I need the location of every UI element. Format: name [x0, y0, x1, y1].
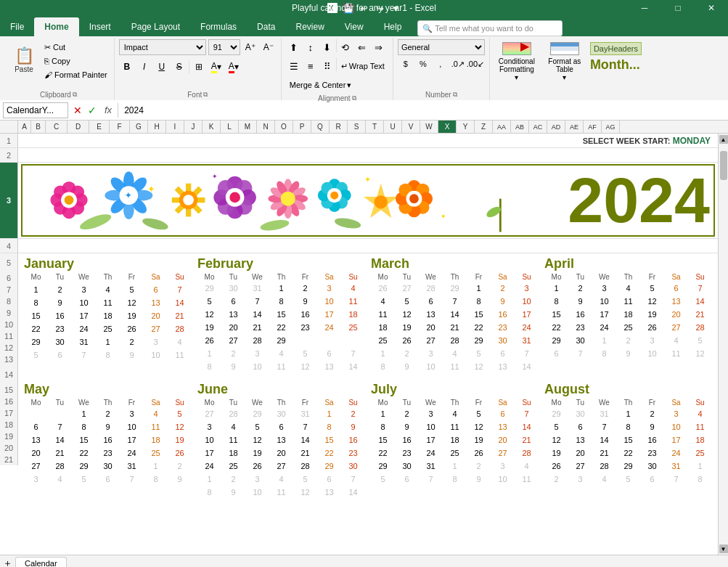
col-header-j[interactable]: J	[184, 121, 203, 134]
increase-font-button[interactable]: A⁺	[242, 39, 258, 55]
align-left-button[interactable]: ☰	[286, 58, 302, 74]
month-style-preview[interactable]: Month...	[590, 57, 642, 73]
col-header-u[interactable]: U	[384, 121, 402, 134]
vertical-scrollbar[interactable]: ▲ ▼	[718, 134, 728, 555]
col-header-e[interactable]: E	[89, 121, 110, 134]
format-as-table-button[interactable]: Format as Table ▾	[542, 39, 587, 84]
cut-button[interactable]: ✂ Cut	[42, 41, 110, 54]
comma-button[interactable]: ,	[433, 57, 449, 71]
align-bottom-button[interactable]: ⬇	[319, 39, 335, 55]
tell-me-input[interactable]: 🔍 Tell me what you want to do	[417, 20, 563, 36]
col-header-z[interactable]: Z	[475, 121, 493, 134]
alignment-expand-icon[interactable]: ⧉	[352, 94, 356, 102]
new-sheet-button[interactable]: ＋	[3, 557, 12, 568]
cell-reference-box[interactable]	[3, 102, 68, 118]
tab-home[interactable]: Home	[34, 17, 78, 36]
col-header-h[interactable]: H	[148, 121, 166, 134]
borders-button[interactable]: ⊞	[191, 59, 207, 75]
col-header-x[interactable]: X	[438, 121, 457, 134]
align-center-button[interactable]: ≡	[303, 58, 319, 74]
col-header-l[interactable]: L	[221, 121, 239, 134]
col-header-r[interactable]: R	[330, 121, 348, 134]
number-expand-icon[interactable]: ⧉	[453, 91, 457, 99]
col-header-v[interactable]: V	[402, 121, 420, 134]
fill-color-button[interactable]: A▾	[208, 59, 224, 75]
sheet-scroll-area[interactable]: 1 SELECT WEEK START: MONDAY 2 3	[0, 134, 718, 555]
col-header-ac[interactable]: AC	[529, 121, 547, 134]
italic-button[interactable]: I	[136, 59, 152, 75]
col-header-k[interactable]: K	[203, 121, 221, 134]
calendar-sheet-tab[interactable]: Calendar	[15, 557, 67, 567]
wrap-text-button[interactable]: ↵ Wrap Text	[338, 58, 388, 74]
col-header-p[interactable]: P	[293, 121, 311, 134]
col-header-b[interactable]: B	[31, 121, 46, 134]
font-color-button[interactable]: A▾	[226, 59, 242, 75]
col-header-af[interactable]: AF	[584, 121, 602, 134]
decrease-font-button[interactable]: A⁻	[261, 39, 277, 55]
year-banner-cell[interactable]: ✦	[21, 164, 715, 237]
currency-button[interactable]: $	[398, 57, 414, 71]
tab-file[interactable]: File	[0, 17, 34, 36]
col-header-i[interactable]: I	[166, 121, 184, 134]
tab-review[interactable]: Review	[285, 17, 334, 36]
scroll-down-button[interactable]: ▼	[719, 544, 728, 553]
align-top-button[interactable]: ⬆	[286, 39, 302, 55]
col-header-ae[interactable]: AE	[565, 121, 584, 134]
scroll-up-button[interactable]: ▲	[719, 135, 728, 144]
col-header-s[interactable]: S	[348, 121, 366, 134]
col-header-d[interactable]: D	[68, 121, 89, 134]
col-header-ab[interactable]: AB	[511, 121, 529, 134]
increase-decimal-button[interactable]: .0↗	[450, 57, 466, 71]
col-header-n[interactable]: N	[257, 121, 275, 134]
tab-page-layout[interactable]: Page Layout	[121, 17, 190, 36]
col-header-ad[interactable]: AD	[547, 121, 565, 134]
col-header-w[interactable]: W	[420, 121, 438, 134]
scrollbar-track[interactable]	[719, 144, 728, 544]
formula-input[interactable]	[121, 104, 725, 117]
tab-formulas[interactable]: Formulas	[190, 17, 247, 36]
font-family-select[interactable]: Impact	[119, 39, 206, 55]
col-header-g[interactable]: G	[130, 121, 148, 134]
tab-insert[interactable]: Insert	[79, 17, 121, 36]
align-right-button[interactable]: ⠿	[319, 58, 335, 74]
copy-button[interactable]: ⎘ Copy	[42, 54, 110, 68]
percent-button[interactable]: %	[415, 57, 431, 71]
tab-view[interactable]: View	[335, 17, 374, 36]
tab-data[interactable]: Data	[247, 17, 285, 36]
indent-decrease-button[interactable]: ⇐	[354, 39, 370, 55]
col-header-a[interactable]: A	[18, 121, 31, 134]
col-header-c[interactable]: C	[46, 121, 68, 134]
number-format-select[interactable]: General	[398, 39, 485, 55]
align-middle-button[interactable]: ↕	[303, 39, 319, 55]
col-header-ag[interactable]: AG	[602, 121, 620, 134]
col-header-t[interactable]: T	[366, 121, 384, 134]
col-header-y[interactable]: Y	[457, 121, 475, 134]
paste-button[interactable]: 📋 Paste	[7, 39, 41, 81]
col-header-o[interactable]: O	[275, 121, 293, 134]
underline-button[interactable]: U	[154, 59, 170, 75]
close-button[interactable]: ✕	[695, 0, 728, 16]
conditional-formatting-button[interactable]: ▶ Conditional Formatting ▾	[494, 39, 539, 84]
cancel-formula-button[interactable]: ✕	[71, 105, 84, 116]
strikethrough-button[interactable]: S	[171, 59, 187, 75]
confirm-formula-button[interactable]: ✓	[86, 105, 99, 116]
format-painter-button[interactable]: 🖌 Format Painter	[42, 68, 110, 81]
text-direction-button[interactable]: ⟲	[338, 39, 353, 55]
day-headers-style[interactable]: DayHeaders	[590, 42, 642, 55]
decrease-decimal-button[interactable]: .00↙	[467, 57, 483, 71]
clipboard-expand-icon[interactable]: ⧉	[73, 91, 77, 99]
font-expand-icon[interactable]: ⧉	[203, 91, 208, 99]
col-header-q[interactable]: Q	[311, 121, 330, 134]
restore-button[interactable]: □	[661, 0, 695, 16]
col-header-aa[interactable]: AA	[493, 121, 511, 134]
col-header-m[interactable]: M	[239, 121, 257, 134]
merge-center-button[interactable]: Merge & Center ▾	[286, 77, 356, 93]
col-header-f[interactable]: F	[110, 121, 130, 134]
scrollbar-thumb[interactable]	[720, 151, 727, 180]
cal-day: 30	[640, 460, 664, 473]
indent-increase-button[interactable]: ⇒	[371, 39, 387, 55]
tab-help[interactable]: Help	[374, 17, 412, 36]
font-size-select[interactable]: 91	[208, 39, 240, 55]
bold-button[interactable]: B	[119, 59, 135, 75]
minimize-button[interactable]: ─	[628, 0, 661, 16]
